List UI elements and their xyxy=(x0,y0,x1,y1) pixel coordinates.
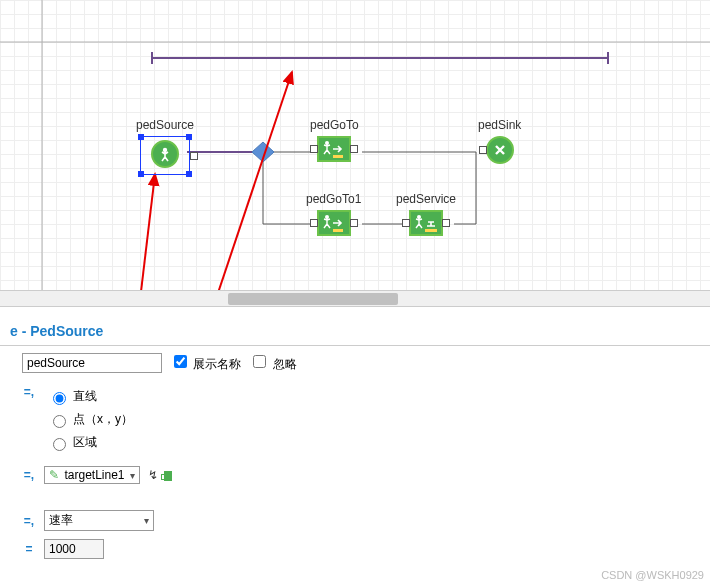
ignore-checkbox[interactable]: 忽略 xyxy=(249,352,296,373)
svg-point-0 xyxy=(163,148,167,152)
ignore-label: 忽略 xyxy=(273,357,297,371)
annotation-arrow-1 xyxy=(118,174,155,290)
properties-panel: e - PedSource 展示名称 忽略 =, 直线 点（x，y） 区域 xyxy=(0,306,710,565)
node-ped-goto1[interactable]: pedGoTo1 xyxy=(306,192,361,239)
pick-element-icon[interactable]: ↯ xyxy=(148,468,172,482)
port-out[interactable] xyxy=(350,145,358,153)
param-link-icon[interactable]: = xyxy=(22,542,36,556)
show-name-checkbox-input[interactable] xyxy=(174,355,187,368)
model-canvas[interactable]: pedSource pedGoTo pedSink xyxy=(0,0,710,290)
port-in[interactable] xyxy=(310,145,318,153)
port-out[interactable] xyxy=(442,219,450,227)
ignore-checkbox-input[interactable] xyxy=(253,355,266,368)
radio-point[interactable] xyxy=(53,415,66,428)
canvas-scrollbar[interactable] xyxy=(0,290,710,306)
radio-line[interactable] xyxy=(53,392,66,405)
svg-rect-4 xyxy=(333,229,343,232)
port-out[interactable] xyxy=(350,219,358,227)
svg-rect-6 xyxy=(425,229,437,232)
watermark: CSDN @WSKH0929 xyxy=(601,569,704,581)
node-ped-service-label: pedService xyxy=(396,192,456,206)
radio-line-label: 直线 xyxy=(73,388,97,405)
target-line-value: targetLine1 xyxy=(64,468,124,482)
radio-area[interactable] xyxy=(53,438,66,451)
node-ped-sink-label: pedSink xyxy=(478,118,521,132)
param-link-icon[interactable]: =, xyxy=(22,468,36,482)
port-in[interactable] xyxy=(310,219,318,227)
node-ped-source[interactable]: pedSource xyxy=(135,118,195,175)
svg-rect-2 xyxy=(333,155,343,158)
name-field[interactable] xyxy=(22,353,162,373)
port-in[interactable] xyxy=(479,146,487,154)
show-name-checkbox[interactable]: 展示名称 xyxy=(170,352,241,373)
port-out[interactable] xyxy=(190,152,198,160)
chevron-down-icon: ▾ xyxy=(130,470,135,481)
node-ped-goto1-label: pedGoTo1 xyxy=(306,192,361,206)
radio-area-label: 区域 xyxy=(73,434,97,451)
param-link-icon[interactable]: =, xyxy=(22,385,36,399)
param-link-icon[interactable]: =, xyxy=(22,514,36,528)
rate-mode-combo[interactable]: 速率 ▾ xyxy=(44,510,154,531)
node-ped-service[interactable]: pedService xyxy=(396,192,456,239)
radio-point-label: 点（x，y） xyxy=(73,411,133,428)
scrollbar-thumb[interactable] xyxy=(228,293,398,305)
node-ped-sink[interactable]: pedSink xyxy=(478,118,521,167)
panel-title: e - PedSource xyxy=(0,317,710,346)
annotation-arrow-2 xyxy=(152,72,292,290)
rate-value-field[interactable] xyxy=(44,539,104,559)
chevron-down-icon: ▾ xyxy=(144,515,149,526)
target-line-combo[interactable]: ✎ targetLine1 ▾ xyxy=(44,466,140,484)
node-ped-goto-label: pedGoTo xyxy=(310,118,359,132)
node-ped-goto[interactable]: pedGoTo xyxy=(310,118,359,165)
show-name-label: 展示名称 xyxy=(193,357,241,371)
rate-mode-label: 速率 xyxy=(49,512,73,529)
node-ped-source-label: pedSource xyxy=(135,118,195,132)
port-in[interactable] xyxy=(402,219,410,227)
